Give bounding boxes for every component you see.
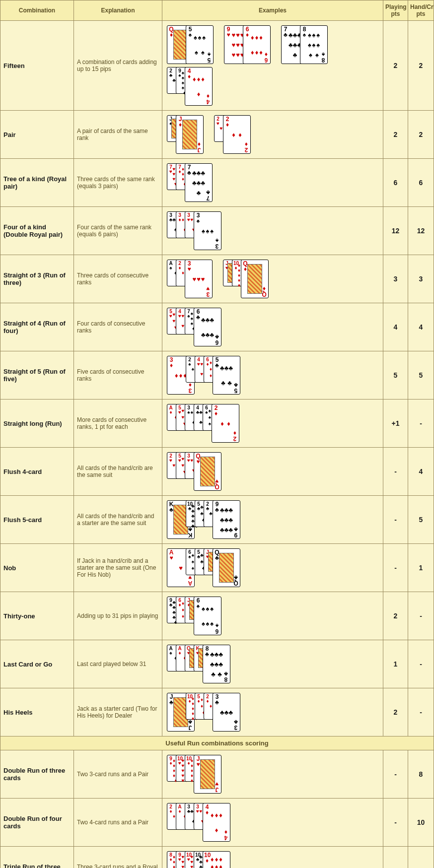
combination-cell: Triple Run of three cards [0, 847, 74, 868]
playing-card: J♦J♦ [176, 115, 204, 154]
combination-cell: Fifteen [0, 21, 74, 111]
explanation-cell: Two 4-card runs and a Pair [74, 799, 162, 847]
table-row: Four of a kind (Double Royal pair)Four c… [0, 207, 434, 255]
table-row: Straight of 3 (Run of three)Three cards … [0, 255, 434, 303]
examples-cell: J♠J♠J♦J♦2♥♥♥2♥2♦♦♦2♦ [162, 111, 383, 159]
hand-crib-pts-cell: 4 [408, 448, 434, 496]
table-header-row: Combination Explanation Examples Playing… [0, 0, 434, 21]
card-group: A♠♠A♠2♦♦♦2♦3♥♥♥♥3♥ [167, 260, 213, 298]
playing-pts-cell: 2 [383, 688, 408, 736]
playing-pts-cell: 4 [383, 303, 408, 351]
card-group: J♣J♣10♦♦♦♦♦♦♦♦♦♦♦10♦5♦♦♦♦♦♦5♦2♦♦♦2♦3♣♣♣♣… [167, 693, 240, 732]
combination-cell: Flush 4-card [0, 448, 74, 496]
table-row: Straight of 4 (Run of four)Four cards of… [0, 303, 434, 351]
playing-card: 4♦♦♦♦♦4♦ [185, 67, 213, 106]
combination-cell: Last Card or Go [0, 640, 74, 688]
playing-card: 6♣♣♣♣♣♣♣6♣ [194, 308, 221, 346]
card-group: 3♣♣♣♣3♣3♦♦♦♦3♦3♥♥♥♥3♥3♠♠♠♠3♠ [167, 211, 221, 250]
card-group: 2♥♥♥2♥5♥♥♥♥♥♥5♥3♥♥♥♥3♥Q♥Q♥ [167, 452, 221, 491]
hand-crib-pts-cell: - [408, 592, 434, 640]
header-playing-pts: Playing pts [383, 0, 408, 21]
table-row: Straight long (Run)More cards of consecu… [0, 400, 434, 448]
hand-crib-pts-cell: - [408, 688, 434, 736]
explanation-cell: Three cards of the same rank (equals 3 p… [74, 159, 162, 207]
combination-cell: Straight of 3 (Run of three) [0, 255, 74, 303]
explanation-cell: Two 3-card runs and a Pair [74, 750, 162, 799]
explanation-cell: If Jack in a hand/crib and a starter are… [74, 544, 162, 592]
playing-card: 4♦♦♦♦♦4♦ [203, 803, 230, 842]
playing-pts-cell: 6 [383, 159, 408, 207]
playing-card: 3♣♣♣♣3♣ [213, 693, 240, 732]
combination-cell: Pair [0, 111, 74, 159]
playing-pts-cell: - [383, 847, 408, 868]
hand-crib-pts-cell: 12 [408, 207, 434, 255]
examples-cell: 5♥♥♥♥♥♥5♥4♥♥♥♥♥4♥7♠♠♠♠♠♠♠♠7♠6♣♣♣♣♣♣♣6♣ [162, 303, 383, 351]
table-row: Thirty-oneAdding up to 31 pips in playin… [0, 592, 434, 640]
examples-cell: A♠♠A♠A♦♦A♦Q♥Q♥K♥K♥8♣♣♣♣♣♣♣♣♣8♣ [162, 640, 383, 688]
playing-pts-cell: - [383, 750, 408, 799]
card-group: 2♦♦♦2♦A♦♦A♦3♣♣♣♣3♣3♥♥♥♥3♥4♦♦♦♦♦4♦ [167, 803, 230, 842]
header-combination: Combination [0, 0, 74, 21]
combination-cell: Thirty-one [0, 592, 74, 640]
hand-crib-pts-cell: - [408, 640, 434, 688]
playing-pts-cell: 5 [383, 351, 408, 400]
playing-card: 8♣♣♣♣♣♣♣♣♣8♣ [203, 645, 230, 683]
table-row: Tree of a kind (Royal pair)Three cards o… [0, 159, 434, 207]
playing-card: 3♠♠♠♠3♠ [194, 211, 221, 250]
card-group: A♠♠A♠A♦♦A♦Q♥Q♥K♥K♥8♣♣♣♣♣♣♣♣♣8♣ [167, 645, 230, 683]
card-group: J♠J♠J♦J♦ [167, 115, 204, 154]
examples-cell: A♦♦A♦5♥♥♥♥♥♥5♥3♠♠♠♠3♠4♣♣♣♣♣4♣6♠♠♠♠♠♠♠6♠2… [162, 400, 383, 448]
playing-card: Q♦Q♦ [241, 260, 269, 298]
playing-pts-cell: - [383, 496, 408, 544]
card-group: 7♥♥♥♥♥♥♥♥7♥7♦♦♦♦♦♦♦♦7♦7♣♣♣♣♣♣♣♣7♣ [167, 163, 213, 202]
card-group: Q♦Q♦5♠♠♠♠♠♠5♠ [167, 25, 214, 64]
examples-cell: 3♣♣♣♣3♣3♦♦♦♦3♦3♥♥♥♥3♥3♠♠♠♠3♠ [162, 207, 383, 255]
explanation-cell: A combination of cards adding up to 15 p… [74, 21, 162, 111]
examples-cell: 9♣♣♣♣♣♣♣♣♣♣9♣6♦♦♦♦♦♦♦6♦J♦J♦6♠♠♠♠♠♠♠6♠ [162, 592, 383, 640]
playing-pts-cell: 12 [383, 207, 408, 255]
playing-card: 5♠♠♠♠♠♠5♠ [186, 25, 214, 64]
table-row: FifteenA combination of cards adding up … [0, 21, 434, 111]
playing-card: 10♦♦♦♦♦♦♦♦♦♦♦10♦ [203, 851, 230, 868]
explanation-cell: Jack as a starter card (Two for His Heel… [74, 688, 162, 736]
playing-pts-cell: 2 [383, 592, 408, 640]
section-header: Useful Run combinations scoring [0, 736, 434, 750]
playing-pts-cell: +1 [383, 400, 408, 448]
playing-card: 5♣♣♣♣♣♣5♣ [213, 356, 240, 395]
card-group: A♥♥A♥6♠♠♠♠♠♠♠6♠5♣♣♣♣♣♣5♣J♥J♥Q♣Q♣ [167, 548, 240, 587]
card-group: A♦♦A♦5♥♥♥♥♥♥5♥3♠♠♠♠3♠4♣♣♣♣♣4♣6♠♠♠♠♠♠♠6♠2… [167, 404, 239, 443]
examples-cell: K♣K♣10♣♣♣♣♣♣♣♣♣♣♣10♣5♣♣♣♣♣♣5♣2♣♣♣2♣9♣♣♣♣… [162, 496, 383, 544]
hand-crib-pts-cell: 3 [408, 255, 434, 303]
table-row: Double Run of four cardsTwo 4-card runs … [0, 799, 434, 847]
table-row: Flush 5-cardAll cards of the hand/crib a… [0, 496, 434, 544]
playing-card: 6♠♠♠♠♠♠♠6♠ [194, 597, 221, 635]
card-group: 8♦♦♦♦♦♦♦♦♦8♦9♥♥♥♥♥♥♥♥♥♥9♥10♥♥♥♥♥♥♥♥♥♥♥10… [167, 851, 230, 868]
card-group: 2♣♣♣2♣9♠♠♠♠♠♠♠♠♠♠9♠4♦♦♦♦♦4♦ [167, 67, 213, 106]
playing-pts-cell: 2 [383, 111, 408, 159]
card-group: J♥J♥10♦♦♦♦♦♦♦♦♦♦♦10♦Q♦Q♦ [223, 260, 269, 298]
combination-cell: Double Run of three cards [0, 750, 74, 799]
table-row: NobIf Jack in a hand/crib and a starter … [0, 544, 434, 592]
playing-card: 8♠♠♠♠♠♠♠♠♠8♠ [300, 25, 328, 64]
combination-cell: Straight of 5 (Run of five) [0, 351, 74, 400]
table-row: His HeelsJack as a starter card (Two for… [0, 688, 434, 736]
playing-pts-cell: 3 [383, 255, 408, 303]
examples-cell: 8♦♦♦♦♦♦♦♦♦8♦9♥♥♥♥♥♥♥♥♥♥9♥10♥♥♥♥♥♥♥♥♥♥♥10… [162, 847, 383, 868]
explanation-cell: Four cards of the same rank (equals 6 pa… [74, 207, 162, 255]
table-row: Last Card or GoLast card played below 31… [0, 640, 434, 688]
playing-card: Q♥Q♥ [194, 452, 221, 491]
explanation-cell: Adding up to 31 pips in playing [74, 592, 162, 640]
hand-crib-pts-cell: 15 [408, 847, 434, 868]
card-group: 7♣♣♣♣♣♣♣♣7♣8♠♠♠♠♠♠♠♠♠8♠ [281, 25, 328, 64]
examples-cell: Q♦Q♦5♠♠♠♠♠♠5♠9♥♥♥♥♥♥♥♥♥♥9♥6♦♦♦♦♦♦♦6♦7♣♣♣… [162, 21, 383, 111]
card-group: 9♣♣♣♣♣♣♣♣♣♣9♣6♦♦♦♦♦♦♦6♦J♦J♦6♠♠♠♠♠♠♠6♠ [167, 597, 221, 635]
combination-cell: Double Run of four cards [0, 799, 74, 847]
header-explanation: Explanation [74, 0, 162, 21]
explanation-cell: Three 3-card runs and a Royal pair [74, 847, 162, 868]
hand-crib-pts-cell: 6 [408, 159, 434, 207]
playing-card: 7♣♣♣♣♣♣♣♣7♣ [185, 163, 213, 202]
examples-cell: A♠♠A♠2♦♦♦2♦3♥♥♥♥3♥J♥J♥10♦♦♦♦♦♦♦♦♦♦♦10♦Q♦… [162, 255, 383, 303]
playing-card: 2♦♦♦2♦ [212, 404, 239, 443]
table-row: PairA pair of cards of the same rankJ♠J♠… [0, 111, 434, 159]
hand-crib-pts-cell: 10 [408, 799, 434, 847]
